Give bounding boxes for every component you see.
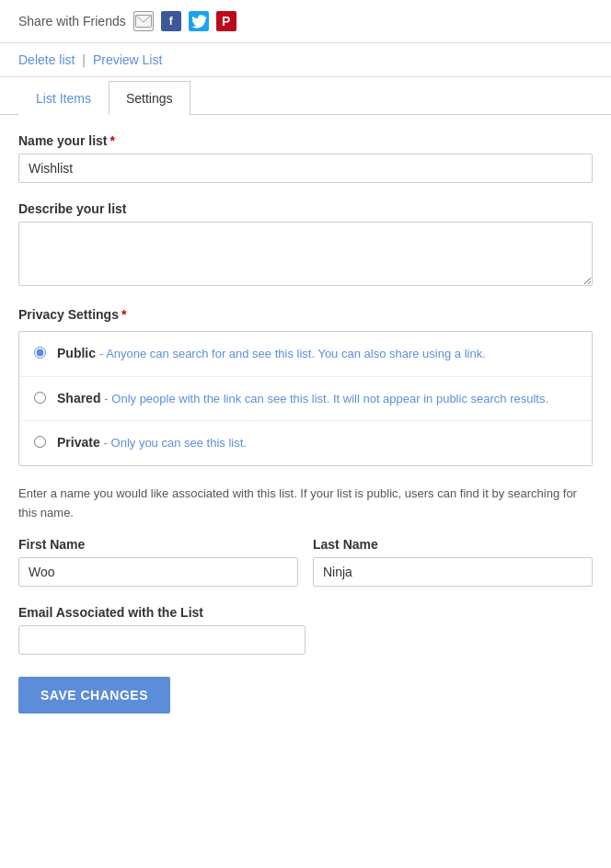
- share-label: Share with Friends: [18, 14, 126, 29]
- privacy-radio-public[interactable]: [34, 347, 46, 359]
- last-name-input[interactable]: [313, 557, 593, 587]
- name-row: First Name Last Name: [18, 537, 593, 587]
- privacy-group: Privacy Settings* Public - Anyone can se…: [18, 307, 593, 466]
- privacy-radio-private[interactable]: [34, 436, 46, 448]
- delete-list-link[interactable]: Delete list: [18, 52, 75, 67]
- email-field-group: Email Associated with the List: [18, 605, 593, 655]
- email-share-icon[interactable]: [133, 11, 154, 31]
- name-group: Name your list*: [18, 133, 593, 183]
- tab-list-items[interactable]: List Items: [18, 81, 109, 115]
- first-name-field: First Name: [18, 537, 298, 587]
- describe-label: Describe your list: [18, 201, 593, 216]
- action-bar: Delete list | Preview List: [0, 43, 611, 77]
- email-label: Email Associated with the List: [18, 605, 593, 620]
- tabs-bar: List Items Settings: [0, 81, 611, 115]
- privacy-radio-shared[interactable]: [34, 392, 46, 404]
- separator: |: [82, 52, 86, 67]
- email-input[interactable]: [18, 625, 306, 655]
- privacy-private-name: Private: [57, 435, 100, 450]
- privacy-option-private: Private - Only you can see this list.: [19, 421, 592, 465]
- name-input[interactable]: [18, 154, 593, 183]
- name-label: Name your list*: [18, 133, 593, 148]
- privacy-private-desc: - Only you can see this list.: [104, 436, 247, 450]
- privacy-shared-name: Shared: [57, 391, 100, 405]
- privacy-public-label[interactable]: Public - Anyone can search for and see t…: [57, 345, 486, 363]
- first-name-input[interactable]: [18, 557, 298, 587]
- privacy-shared-label[interactable]: Shared - Only people with the link can s…: [57, 390, 548, 408]
- privacy-public-desc: - Anyone can search for and see this lis…: [99, 347, 486, 360]
- privacy-public-name: Public: [57, 346, 96, 360]
- describe-input[interactable]: [18, 222, 593, 286]
- privacy-label: Privacy Settings*: [18, 307, 593, 322]
- privacy-private-label[interactable]: Private - Only you can see this list.: [57, 434, 247, 452]
- facebook-share-icon[interactable]: f: [161, 11, 181, 31]
- preview-list-link[interactable]: Preview List: [93, 52, 162, 67]
- privacy-required: *: [121, 307, 126, 322]
- info-text: Enter a name you would like associated w…: [18, 485, 593, 523]
- privacy-option-shared: Shared - Only people with the link can s…: [19, 377, 592, 422]
- privacy-shared-desc: - Only people with the link can see this…: [104, 392, 548, 405]
- privacy-option-public: Public - Anyone can search for and see t…: [19, 332, 592, 377]
- pinterest-share-icon[interactable]: P: [216, 11, 236, 31]
- name-required: *: [110, 133, 114, 148]
- settings-content: Name your list* Describe your list Priva…: [0, 115, 611, 732]
- describe-group: Describe your list: [18, 201, 593, 289]
- twitter-share-icon[interactable]: [189, 11, 209, 31]
- privacy-options-box: Public - Anyone can search for and see t…: [18, 331, 593, 466]
- tab-settings[interactable]: Settings: [109, 81, 190, 115]
- save-changes-button[interactable]: SAVE CHANGES: [18, 677, 170, 714]
- share-bar: Share with Friends f P: [0, 0, 611, 43]
- first-name-label: First Name: [18, 537, 298, 552]
- last-name-field: Last Name: [313, 537, 593, 587]
- last-name-label: Last Name: [313, 537, 593, 552]
